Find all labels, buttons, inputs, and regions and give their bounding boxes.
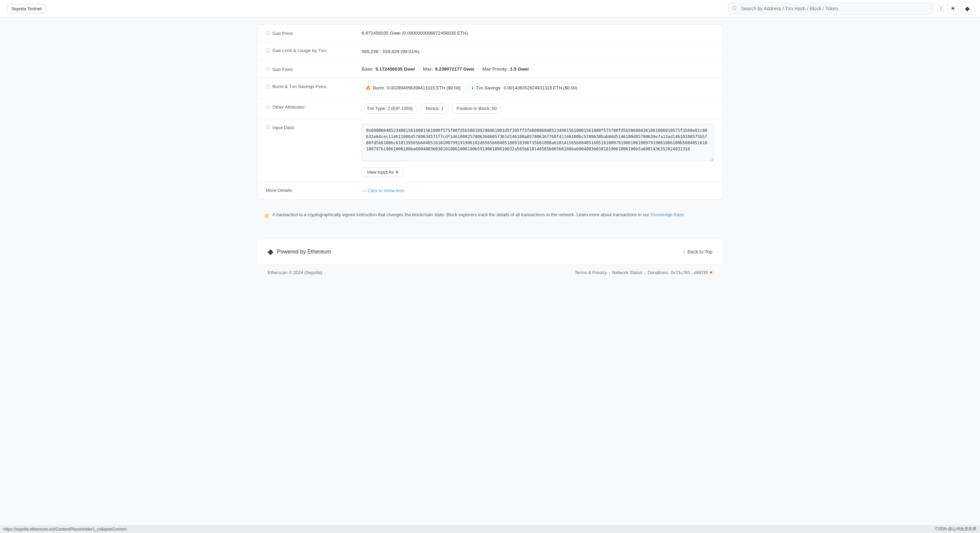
gas-fees-help-icon[interactable]: ⓘ [266, 66, 270, 72]
gas-price-help-icon[interactable]: ⓘ [266, 30, 270, 36]
main-content: ⓘ Gas Price: 6.672456035 Gwei (0.0000000… [250, 18, 730, 287]
gas-fees-value: Base: 5.172456035 Gwei | Max: 9.23907217… [362, 65, 714, 73]
gas-limit-help-icon[interactable]: ⓘ [266, 48, 270, 54]
svg-point-0 [733, 6, 736, 10]
footer-sep-2: | [644, 270, 645, 275]
powered-by: ◆ Powered by Ethereum [267, 247, 331, 256]
info-gear-icon: ⚙ [264, 212, 269, 220]
other-attributes-row: ⓘ Other Attributes: Txn Type: 2 (EIP-155… [258, 99, 722, 119]
other-attrs-value: Txn Type: 2 (EIP-1559) Nonce: 1 Position… [362, 104, 714, 114]
view-input-button[interactable]: View Input As ▾ [362, 167, 403, 177]
footer-main: ◆ Powered by Ethereum ↑ Back to Top [257, 239, 723, 265]
gas-price-value: 6.672456035 Gwei (0.0000000006672456035 … [362, 29, 714, 37]
info-text: A transaction is a cryptographically sig… [272, 211, 685, 219]
terms-link[interactable]: Terms & Privacy [575, 270, 607, 275]
txn-type-badge: Txn Type: 2 (EIP-1559) [362, 104, 418, 114]
max-label: Max: [423, 65, 433, 73]
footer-links: Terms & Privacy | Network Status | Donat… [575, 270, 713, 275]
gas-limit-number: 565,238 [362, 49, 379, 54]
sun-icon: ☀ [950, 5, 956, 12]
back-to-top-label: Back to Top [687, 249, 713, 255]
up-arrow-icon: ↑ [683, 249, 686, 255]
info-period: . [684, 212, 685, 217]
gas-fees-row: ⓘ Gas Fees: Base: 5.172456035 Gwei | Max… [258, 61, 722, 78]
position-badge: Position In Block: 50 [451, 104, 502, 114]
fire-icon: 🔥 [366, 85, 371, 92]
network-status-link[interactable]: Network Status [612, 270, 642, 275]
other-attrs-badges: Txn Type: 2 (EIP-1559) Nonce: 1 Position… [362, 104, 714, 114]
more-details-value: — Click to show less [362, 187, 714, 195]
base-value: 5.172456035 Gwei [376, 65, 415, 73]
shortcut-badge: / [937, 5, 944, 12]
search-bar-wrapper [728, 3, 933, 14]
powered-by-text: Powered by Ethereum [277, 249, 331, 255]
footer-sep-1: | [609, 270, 610, 275]
burnt-savings-row: ⓘ Burnt & Txn Savings Fees: 🔥 Burnt: 0.0… [258, 78, 722, 99]
ethereum-icon-button[interactable]: ◆ [961, 3, 973, 14]
burnt-savings-label: ⓘ Burnt & Txn Savings Fees: [266, 83, 355, 90]
max-value: 9.239072177 Gwei [435, 65, 474, 73]
view-input-label: View Input As [367, 169, 394, 175]
transaction-card: ⓘ Gas Price: 6.672456035 Gwei (0.0000000… [257, 24, 723, 200]
header-actions: / ☀ ◆ [937, 3, 973, 14]
max-priority-label: Max Priority: [482, 65, 508, 73]
gas-divider: | [380, 48, 383, 54]
donation-address-link[interactable]: 0x71c765...d8976f [671, 270, 708, 275]
info-bar: ⚙ A transaction is a cryptographically s… [257, 207, 723, 225]
svg-line-1 [735, 9, 737, 10]
donations-label: Donations: [648, 270, 669, 275]
input-data-label: ⓘ Input Data: [266, 124, 355, 131]
fee-sep-2: | [478, 65, 479, 73]
dropdown-chevron-icon: ▾ [396, 169, 398, 175]
fee-sep-1: | [418, 65, 420, 73]
theme-toggle-button[interactable]: ☀ [947, 3, 959, 14]
header: Sepolia Testnet / ☀ ◆ [0, 0, 980, 18]
diamond-icon: ♦ [471, 85, 474, 92]
savings-label: Txn Savings: [476, 85, 502, 92]
input-data-value: View Input As ▾ [362, 124, 714, 177]
footer-bottom: Etherscan © 2024 (Sepolia) Terms & Priva… [257, 265, 723, 280]
other-attrs-label: ⓘ Other Attributes: [266, 104, 355, 110]
gas-price-row: ⓘ Gas Price: 6.672456035 Gwei (0.0000000… [258, 25, 722, 42]
burnt-savings-badges: 🔥 Burnt: 0.002894656398411015 ETH ($0.00… [362, 83, 714, 94]
show-less-link[interactable]: — Click to show less [362, 187, 714, 195]
gas-price-label: ⓘ Gas Price: [266, 29, 355, 36]
heart-icon: ♥ [710, 270, 713, 275]
knowledge-base-link[interactable]: Knowledge Base [651, 212, 684, 217]
more-details-label: More Details: [266, 187, 355, 193]
gas-limit-value: 565,238 | 559,629 (99.01%) [362, 47, 714, 56]
footer-eth-icon: ◆ [267, 247, 274, 256]
burnt-value: 0.002894656398411015 ETH ($0.00) [387, 85, 461, 92]
base-label: Base: [362, 65, 374, 73]
other-attrs-help-icon[interactable]: ⓘ [266, 104, 270, 110]
input-data-row: ⓘ Input Data: View Input As ▾ [258, 119, 722, 182]
copyright-text: Etherscan © 2024 (Sepolia) [267, 270, 322, 275]
input-data-help-icon[interactable]: ⓘ [266, 124, 270, 131]
back-to-top-link[interactable]: ↑ Back to Top [683, 249, 713, 255]
gas-limit-row: ⓘ Gas Limit & Usage by Txn: 565,238 | 55… [258, 42, 722, 61]
search-icon [732, 5, 737, 12]
more-details-row: More Details: — Click to show less [258, 182, 722, 199]
burnt-badge: 🔥 Burnt: 0.002894656398411015 ETH ($0.00… [362, 83, 465, 94]
eth-icon: ◆ [965, 5, 970, 12]
search-input[interactable] [728, 3, 933, 14]
input-data-textarea[interactable] [362, 124, 714, 161]
savings-value: 0.001436352824931318 ETH ($0.00) [504, 85, 577, 92]
burnt-savings-value: 🔥 Burnt: 0.002894656398411015 ETH ($0.00… [362, 83, 714, 94]
savings-badge: ♦ Txn Savings: 0.001436352824931318 ETH … [468, 83, 581, 94]
network-badge[interactable]: Sepolia Testnet [7, 4, 46, 13]
nonce-badge: Nonce: 1 [420, 104, 449, 114]
burnt-help-icon[interactable]: ⓘ [266, 84, 270, 90]
burnt-label: Burnt: [373, 85, 385, 92]
gas-usage: 559,629 (99.01%) [383, 49, 419, 54]
gas-fees-label: ⓘ Gas Fees: [266, 65, 355, 72]
gas-limit-label: ⓘ Gas Limit & Usage by Txn: [266, 47, 355, 54]
max-priority-value: 1.5 Gwei [510, 65, 529, 73]
